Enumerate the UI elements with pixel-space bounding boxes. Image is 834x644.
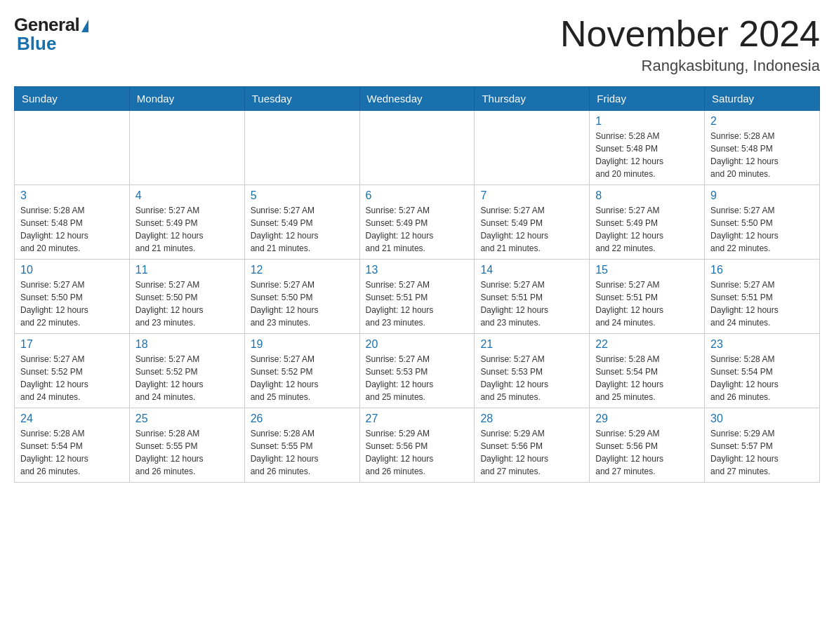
calendar-cell: 16Sunrise: 5:27 AM Sunset: 5:51 PM Dayli… — [705, 260, 820, 334]
calendar-cell: 4Sunrise: 5:27 AM Sunset: 5:49 PM Daylig… — [129, 185, 244, 260]
calendar-cell: 24Sunrise: 5:28 AM Sunset: 5:54 PM Dayli… — [15, 408, 130, 483]
day-number: 11 — [135, 264, 239, 276]
calendar-cell: 14Sunrise: 5:27 AM Sunset: 5:51 PM Dayli… — [475, 260, 590, 334]
weekday-header-tuesday: Tuesday — [244, 87, 359, 111]
day-number: 24 — [20, 412, 124, 425]
weekday-header-thursday: Thursday — [475, 87, 590, 111]
day-info: Sunrise: 5:27 AM Sunset: 5:50 PM Dayligh… — [710, 204, 814, 255]
day-info: Sunrise: 5:28 AM Sunset: 5:55 PM Dayligh… — [135, 427, 239, 478]
weekday-header-row: SundayMondayTuesdayWednesdayThursdayFrid… — [15, 87, 820, 111]
calendar-cell: 2Sunrise: 5:28 AM Sunset: 5:48 PM Daylig… — [705, 111, 820, 185]
day-info: Sunrise: 5:27 AM Sunset: 5:50 PM Dayligh… — [20, 279, 124, 329]
calendar-cell: 19Sunrise: 5:27 AM Sunset: 5:52 PM Dayli… — [244, 334, 359, 408]
day-info: Sunrise: 5:28 AM Sunset: 5:54 PM Dayligh… — [595, 353, 699, 403]
day-info: Sunrise: 5:29 AM Sunset: 5:56 PM Dayligh… — [366, 427, 469, 478]
day-number: 2 — [710, 115, 814, 128]
week-row-1: 1Sunrise: 5:28 AM Sunset: 5:48 PM Daylig… — [15, 111, 820, 185]
calendar-cell: 23Sunrise: 5:28 AM Sunset: 5:54 PM Dayli… — [705, 334, 820, 408]
day-number: 10 — [20, 264, 124, 276]
day-info: Sunrise: 5:27 AM Sunset: 5:52 PM Dayligh… — [135, 353, 239, 403]
day-number: 8 — [595, 189, 699, 202]
weekday-header-sunday: Sunday — [15, 87, 130, 111]
day-info: Sunrise: 5:27 AM Sunset: 5:51 PM Dayligh… — [710, 279, 814, 329]
day-info: Sunrise: 5:29 AM Sunset: 5:56 PM Dayligh… — [480, 427, 583, 478]
day-info: Sunrise: 5:27 AM Sunset: 5:52 PM Dayligh… — [251, 353, 354, 403]
weekday-header-friday: Friday — [590, 87, 705, 111]
day-number: 19 — [251, 338, 354, 351]
calendar-cell: 21Sunrise: 5:27 AM Sunset: 5:53 PM Dayli… — [475, 334, 590, 408]
calendar-cell: 28Sunrise: 5:29 AM Sunset: 5:56 PM Dayli… — [475, 408, 590, 483]
calendar-cell: 22Sunrise: 5:28 AM Sunset: 5:54 PM Dayli… — [590, 334, 705, 408]
day-info: Sunrise: 5:29 AM Sunset: 5:56 PM Dayligh… — [595, 427, 699, 478]
calendar-table: SundayMondayTuesdayWednesdayThursdayFrid… — [14, 86, 820, 483]
calendar-cell — [244, 111, 359, 185]
calendar-cell: 1Sunrise: 5:28 AM Sunset: 5:48 PM Daylig… — [590, 111, 705, 185]
title-area: November 2024 Rangkasbitung, Indonesia — [560, 14, 820, 75]
calendar-cell: 10Sunrise: 5:27 AM Sunset: 5:50 PM Dayli… — [15, 260, 130, 334]
day-number: 18 — [135, 338, 239, 351]
day-number: 5 — [251, 189, 354, 202]
calendar-cell: 15Sunrise: 5:27 AM Sunset: 5:51 PM Dayli… — [590, 260, 705, 334]
calendar-cell: 20Sunrise: 5:27 AM Sunset: 5:53 PM Dayli… — [359, 334, 475, 408]
day-number: 1 — [595, 115, 699, 128]
calendar-cell: 30Sunrise: 5:29 AM Sunset: 5:57 PM Dayli… — [705, 408, 820, 483]
day-info: Sunrise: 5:27 AM Sunset: 5:51 PM Dayligh… — [595, 279, 699, 329]
calendar-cell: 17Sunrise: 5:27 AM Sunset: 5:52 PM Dayli… — [15, 334, 130, 408]
day-info: Sunrise: 5:27 AM Sunset: 5:53 PM Dayligh… — [480, 353, 583, 403]
day-number: 20 — [366, 338, 469, 351]
calendar-cell — [359, 111, 475, 185]
day-number: 29 — [595, 412, 699, 425]
day-number: 28 — [480, 412, 583, 425]
day-number: 26 — [251, 412, 354, 425]
day-info: Sunrise: 5:27 AM Sunset: 5:49 PM Dayligh… — [366, 204, 469, 255]
week-row-3: 10Sunrise: 5:27 AM Sunset: 5:50 PM Dayli… — [15, 260, 820, 334]
day-number: 7 — [480, 189, 583, 202]
day-info: Sunrise: 5:28 AM Sunset: 5:54 PM Dayligh… — [710, 353, 814, 403]
day-number: 17 — [20, 338, 124, 351]
day-number: 3 — [20, 189, 124, 202]
calendar-cell: 26Sunrise: 5:28 AM Sunset: 5:55 PM Dayli… — [244, 408, 359, 483]
day-info: Sunrise: 5:27 AM Sunset: 5:49 PM Dayligh… — [251, 204, 354, 255]
calendar-cell: 3Sunrise: 5:28 AM Sunset: 5:48 PM Daylig… — [15, 185, 130, 260]
calendar-cell: 12Sunrise: 5:27 AM Sunset: 5:50 PM Dayli… — [244, 260, 359, 334]
weekday-header-saturday: Saturday — [705, 87, 820, 111]
day-info: Sunrise: 5:28 AM Sunset: 5:55 PM Dayligh… — [251, 427, 354, 478]
day-info: Sunrise: 5:27 AM Sunset: 5:51 PM Dayligh… — [480, 279, 583, 329]
day-number: 16 — [710, 264, 814, 276]
day-info: Sunrise: 5:28 AM Sunset: 5:48 PM Dayligh… — [595, 130, 699, 180]
day-info: Sunrise: 5:27 AM Sunset: 5:51 PM Dayligh… — [366, 279, 469, 329]
day-number: 23 — [710, 338, 814, 351]
day-number: 22 — [595, 338, 699, 351]
day-number: 21 — [480, 338, 583, 351]
day-info: Sunrise: 5:28 AM Sunset: 5:54 PM Dayligh… — [20, 427, 124, 478]
weekday-header-monday: Monday — [129, 87, 244, 111]
day-info: Sunrise: 5:27 AM Sunset: 5:52 PM Dayligh… — [20, 353, 124, 403]
day-info: Sunrise: 5:27 AM Sunset: 5:49 PM Dayligh… — [480, 204, 583, 255]
day-number: 9 — [710, 189, 814, 202]
day-number: 30 — [710, 412, 814, 425]
day-number: 13 — [366, 264, 469, 276]
logo-blue-text: Blue — [17, 33, 56, 55]
calendar-cell: 7Sunrise: 5:27 AM Sunset: 5:49 PM Daylig… — [475, 185, 590, 260]
calendar-cell: 9Sunrise: 5:27 AM Sunset: 5:50 PM Daylig… — [705, 185, 820, 260]
day-info: Sunrise: 5:29 AM Sunset: 5:57 PM Dayligh… — [710, 427, 814, 478]
calendar-cell: 27Sunrise: 5:29 AM Sunset: 5:56 PM Dayli… — [359, 408, 475, 483]
calendar-cell: 8Sunrise: 5:27 AM Sunset: 5:49 PM Daylig… — [590, 185, 705, 260]
day-number: 25 — [135, 412, 239, 425]
calendar-cell: 5Sunrise: 5:27 AM Sunset: 5:49 PM Daylig… — [244, 185, 359, 260]
week-row-5: 24Sunrise: 5:28 AM Sunset: 5:54 PM Dayli… — [15, 408, 820, 483]
day-number: 12 — [251, 264, 354, 276]
logo-triangle-icon — [81, 20, 88, 32]
day-info: Sunrise: 5:27 AM Sunset: 5:53 PM Dayligh… — [366, 353, 469, 403]
calendar-cell: 11Sunrise: 5:27 AM Sunset: 5:50 PM Dayli… — [129, 260, 244, 334]
calendar-cell: 13Sunrise: 5:27 AM Sunset: 5:51 PM Dayli… — [359, 260, 475, 334]
calendar-cell: 25Sunrise: 5:28 AM Sunset: 5:55 PM Dayli… — [129, 408, 244, 483]
calendar-cell — [129, 111, 244, 185]
day-info: Sunrise: 5:27 AM Sunset: 5:49 PM Dayligh… — [135, 204, 239, 255]
logo: General Blue — [14, 14, 88, 55]
week-row-4: 17Sunrise: 5:27 AM Sunset: 5:52 PM Dayli… — [15, 334, 820, 408]
calendar-cell — [475, 111, 590, 185]
calendar-cell: 18Sunrise: 5:27 AM Sunset: 5:52 PM Dayli… — [129, 334, 244, 408]
day-info: Sunrise: 5:27 AM Sunset: 5:50 PM Dayligh… — [135, 279, 239, 329]
weekday-header-wednesday: Wednesday — [359, 87, 475, 111]
